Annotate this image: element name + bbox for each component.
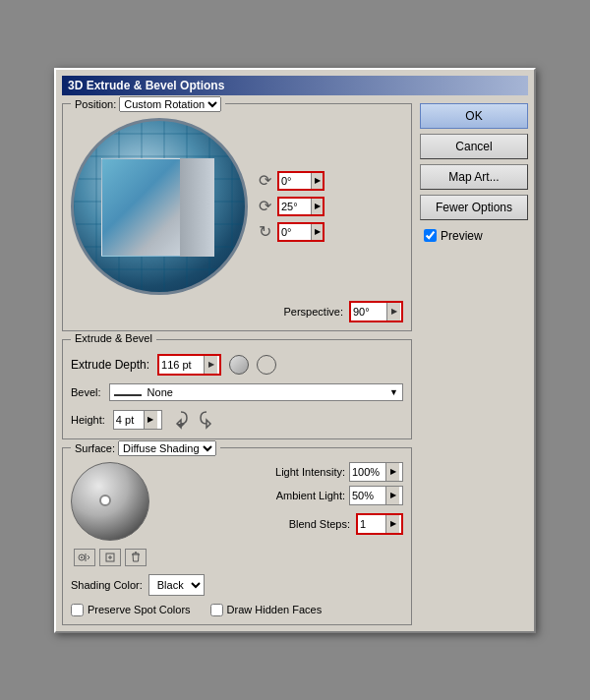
rotation-z-row: ↻ ▶	[256, 222, 324, 242]
preserve-spot-checkbox[interactable]	[71, 604, 84, 616]
surface-inner: Light Intensity: ▶ Ambient Light: ▶	[71, 462, 403, 566]
position-label: Position: Custom Rotation	[71, 96, 225, 112]
bevel-arrow[interactable]: ▼	[389, 387, 398, 397]
ambient-light-input[interactable]	[350, 489, 385, 502]
preview-label: Preview	[441, 229, 483, 243]
depth-row: Extrude Depth: ▶	[71, 354, 403, 376]
depth-wrap: ▶	[157, 354, 221, 376]
blend-steps-arrow[interactable]: ▶	[385, 515, 399, 533]
preview-checkbox[interactable]	[424, 229, 437, 242]
light-intensity-wrap: ▶	[349, 462, 403, 482]
perspective-input[interactable]	[351, 305, 386, 319]
height-row: Height: ▶	[71, 409, 403, 431]
blend-steps-wrap: ▶	[356, 513, 403, 535]
perspective-label: Perspective:	[283, 306, 343, 318]
light-dot[interactable]	[99, 495, 111, 506]
main-content: Position: Custom Rotation	[62, 103, 528, 625]
height-input[interactable]	[114, 413, 144, 427]
rotation-z-arrow[interactable]: ▶	[311, 224, 323, 240]
globe-shadow	[180, 158, 214, 257]
rotation-z-wrap: ▶	[277, 222, 324, 242]
surface-section: Surface: Diffuse Shading	[62, 447, 412, 625]
rotation-x-input[interactable]	[279, 174, 311, 188]
rotation-y-wrap: ▶	[277, 197, 324, 216]
extrude-label: Extrude & Bevel	[71, 332, 156, 344]
rotate-z-icon: ↻	[256, 223, 273, 241]
shading-color-row: Shading Color: Black	[71, 574, 403, 596]
preview-row: Preview	[420, 229, 528, 243]
rotation-y-row: ⟳ ▶	[256, 197, 324, 216]
fewer-options-button[interactable]: Fewer Options	[420, 195, 528, 220]
light-intensity-input[interactable]	[350, 465, 385, 479]
blend-steps-input[interactable]	[358, 517, 385, 531]
extrude-section: Extrude & Bevel Extrude Depth: ▶ Bevel:	[62, 339, 412, 439]
perspective-arrow[interactable]: ▶	[386, 303, 400, 321]
surface-dropdown[interactable]: Diffuse Shading	[118, 440, 216, 456]
rotation-controls: ⟳ ▶ ⟳ ▶	[256, 171, 324, 242]
rotation-x-arrow[interactable]: ▶	[311, 173, 323, 189]
checkbox-row: Preserve Spot Colors Draw Hidden Faces	[71, 604, 403, 616]
cancel-button[interactable]: Cancel	[420, 134, 528, 159]
cap-open-button[interactable]	[257, 355, 276, 375]
draw-hidden-checkbox[interactable]	[210, 604, 223, 616]
ambient-light-wrap: ▶	[349, 486, 403, 505]
light-intensity-label: Light Intensity:	[159, 466, 345, 478]
twist-out-icon[interactable]	[196, 409, 217, 431]
cap-filled-button[interactable]	[229, 355, 249, 375]
rotation-x-wrap: ▶	[277, 171, 324, 191]
rotate-x-icon: ⟳	[256, 172, 273, 190]
bevel-select-wrap: None ▼	[109, 383, 403, 401]
add-light-btn[interactable]	[99, 549, 121, 566]
perspective-wrap: ▶	[349, 301, 403, 322]
sphere-controls	[74, 549, 147, 566]
preserve-spot-text: Preserve Spot Colors	[88, 604, 191, 615]
height-wrap: ▶	[113, 410, 162, 430]
bevel-row: Bevel: None ▼	[71, 383, 403, 401]
light-settings-btn[interactable]	[74, 549, 95, 566]
left-panel: Position: Custom Rotation	[62, 103, 412, 625]
sphere-area	[71, 462, 149, 566]
rotation-z-input[interactable]	[279, 225, 311, 239]
svg-point-2	[81, 556, 83, 558]
dialog-window: 3D Extrude & Bevel Options Position: Cus…	[54, 68, 536, 633]
draw-hidden-label[interactable]: Draw Hidden Faces	[210, 604, 323, 616]
shading-color-label: Shading Color:	[71, 579, 143, 591]
globe-preview	[71, 118, 248, 295]
delete-light-btn[interactable]	[125, 549, 147, 566]
right-panel: OK Cancel Map Art... Fewer Options Previ…	[420, 103, 528, 625]
rotate-y-icon: ⟳	[256, 198, 273, 215]
bevel-value: None	[148, 386, 390, 398]
bevel-label: Bevel:	[71, 386, 101, 398]
svg-line-5	[88, 557, 89, 559]
surface-label: Surface: Diffuse Shading	[71, 440, 220, 456]
depth-arrow[interactable]: ▶	[204, 356, 217, 374]
shading-color-select[interactable]: Black	[148, 574, 205, 596]
rotation-y-arrow[interactable]: ▶	[311, 199, 323, 214]
depth-label: Extrude Depth:	[71, 358, 149, 372]
height-label: Height:	[71, 414, 105, 426]
ok-button[interactable]: OK	[420, 103, 528, 129]
depth-input[interactable]	[159, 358, 204, 372]
twist-icons	[170, 409, 217, 431]
ambient-light-arrow[interactable]: ▶	[385, 487, 399, 504]
map-art-button[interactable]: Map Art...	[420, 164, 528, 190]
ambient-light-row: Ambient Light: ▶	[159, 486, 403, 505]
preserve-spot-label[interactable]: Preserve Spot Colors	[71, 604, 191, 616]
sphere-preview	[71, 462, 149, 541]
blend-steps-row: Blend Steps: ▶	[159, 513, 403, 535]
light-controls: Light Intensity: ▶ Ambient Light: ▶	[159, 462, 403, 566]
rotation-y-input[interactable]	[279, 200, 311, 213]
perspective-row: Perspective: ▶	[71, 301, 403, 322]
light-intensity-arrow[interactable]: ▶	[385, 463, 399, 481]
twist-in-icon[interactable]	[170, 409, 192, 431]
dialog-title: 3D Extrude & Bevel Options	[68, 79, 224, 92]
ambient-light-label: Ambient Light:	[159, 490, 345, 501]
globe-container	[71, 118, 248, 295]
height-arrow[interactable]: ▶	[144, 411, 157, 429]
draw-hidden-text: Draw Hidden Faces	[227, 604, 323, 615]
title-bar: 3D Extrude & Bevel Options	[62, 76, 528, 95]
position-section: Position: Custom Rotation	[62, 103, 412, 331]
light-intensity-row: Light Intensity: ▶	[159, 462, 403, 482]
position-dropdown[interactable]: Custom Rotation	[119, 96, 221, 112]
position-inner: ⟳ ▶ ⟳ ▶	[71, 118, 403, 295]
